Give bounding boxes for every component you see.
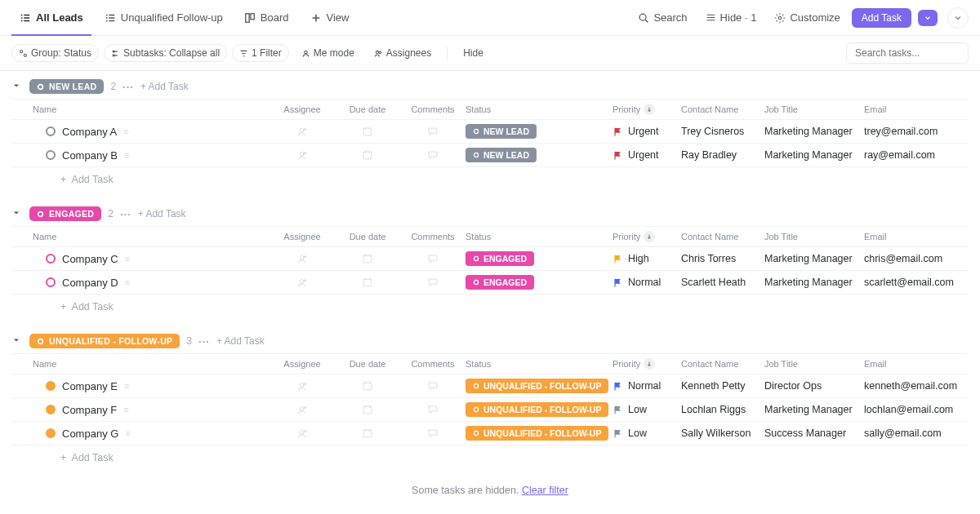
group-add-task[interactable]: + Add Task xyxy=(140,81,189,92)
comments-cell[interactable] xyxy=(400,404,466,415)
due-cell[interactable] xyxy=(335,404,400,415)
status-pill[interactable]: UNQUALIFIED - FOLLOW-UP xyxy=(466,426,608,441)
status-pill[interactable]: ENGAGED xyxy=(466,251,534,266)
subtask-icon[interactable]: ≡ xyxy=(125,277,130,287)
subtask-icon[interactable]: ≡ xyxy=(124,150,129,160)
status-pill[interactable]: ENGAGED xyxy=(466,275,534,290)
search-tasks-input[interactable] xyxy=(846,42,969,64)
table-row[interactable]: Company G≡ UNQUALIFIED - FOLLOW-UP Low S… xyxy=(11,422,969,445)
status-dot-icon[interactable] xyxy=(46,277,56,287)
due-cell[interactable] xyxy=(335,126,400,137)
status-pill[interactable]: NEW LEAD xyxy=(466,124,537,139)
assignees-toggle[interactable]: Assignees xyxy=(367,45,439,61)
job-cell[interactable]: Marketing Manager xyxy=(764,277,864,288)
job-cell[interactable]: Director Ops xyxy=(764,380,864,392)
task-name[interactable]: Company G xyxy=(62,428,118,440)
tab-unqualified[interactable]: Unqualified Follow-up xyxy=(96,7,231,29)
flag-icon[interactable] xyxy=(612,126,623,137)
collapse-icon[interactable] xyxy=(11,81,23,92)
group-status-badge[interactable]: ENGAGED xyxy=(29,206,101,221)
me-mode-toggle[interactable]: Me mode xyxy=(294,45,362,61)
status-pill[interactable]: UNQUALIFIED - FOLLOW-UP xyxy=(466,379,608,393)
task-name[interactable]: Company C xyxy=(62,253,118,265)
add-task-button[interactable]: Add Task xyxy=(852,8,911,28)
table-row[interactable]: Company D≡ ENGAGED Normal Scarlett Heath… xyxy=(11,271,969,295)
assignee-cell[interactable] xyxy=(270,428,335,440)
table-row[interactable]: Company B≡ NEW LEAD Urgent Ray Bradley M… xyxy=(11,144,969,167)
collapse-icon[interactable] xyxy=(11,208,23,219)
task-name[interactable]: Company B xyxy=(62,149,118,162)
email-cell[interactable]: kenneth@email.com xyxy=(864,380,969,392)
contact-cell[interactable]: Scarlett Heath xyxy=(681,277,764,288)
job-cell[interactable]: Marketing Manager xyxy=(764,404,864,415)
more-menu[interactable] xyxy=(947,7,969,29)
job-cell[interactable]: Marketing Manager xyxy=(764,253,864,264)
group-add-task[interactable]: + Add Task xyxy=(138,208,186,219)
collapse-icon[interactable] xyxy=(11,335,23,347)
table-row[interactable]: Company C≡ ENGAGED High Chris Torres Mar… xyxy=(11,247,969,271)
status-dot-icon[interactable] xyxy=(46,126,56,136)
search-button[interactable]: Search xyxy=(631,7,693,28)
contact-cell[interactable]: Trey Cisneros xyxy=(681,126,764,137)
sort-desc-icon[interactable] xyxy=(644,104,655,115)
status-dot-icon[interactable] xyxy=(46,254,56,264)
subtask-icon[interactable]: ≡ xyxy=(124,381,129,391)
flag-icon[interactable] xyxy=(612,381,623,392)
status-dot-icon[interactable] xyxy=(46,428,56,438)
assignee-cell[interactable] xyxy=(270,404,335,416)
contact-cell[interactable]: Chris Torres xyxy=(681,253,764,264)
sort-desc-icon[interactable] xyxy=(644,231,655,242)
comments-cell[interactable] xyxy=(400,428,466,439)
assignee-cell[interactable] xyxy=(270,253,335,265)
contact-cell[interactable]: Ray Bradley xyxy=(681,149,764,161)
task-name[interactable]: Company D xyxy=(62,277,118,289)
assignee-cell[interactable] xyxy=(270,380,335,392)
contact-cell[interactable]: Lochlan Riggs xyxy=(681,404,764,415)
assignee-cell[interactable] xyxy=(270,126,335,138)
status-pill[interactable]: NEW LEAD xyxy=(466,148,537,162)
group-more-icon[interactable]: ··· xyxy=(198,335,210,348)
hide-columns-button[interactable]: Hide · 1 xyxy=(699,7,764,28)
due-cell[interactable] xyxy=(335,380,400,392)
task-name[interactable]: Company E xyxy=(62,380,118,392)
flag-icon[interactable] xyxy=(612,254,623,264)
status-pill[interactable]: UNQUALIFIED - FOLLOW-UP xyxy=(466,402,608,417)
add-task-dropdown[interactable] xyxy=(918,10,938,26)
comments-cell[interactable] xyxy=(400,126,466,137)
comments-cell[interactable] xyxy=(400,253,466,264)
tab-add-view[interactable]: View xyxy=(302,7,358,29)
table-row[interactable]: Company E≡ UNQUALIFIED - FOLLOW-UP Norma… xyxy=(11,374,969,398)
clear-filter-link[interactable]: Clear filter xyxy=(522,485,568,496)
group-more-icon[interactable]: ··· xyxy=(120,208,131,220)
email-cell[interactable]: sally@email.com xyxy=(864,428,969,439)
subtasks-chip[interactable]: Subtasks: Collapse all xyxy=(104,44,227,62)
hide-toggle[interactable]: Hide xyxy=(456,45,491,61)
status-dot-icon[interactable] xyxy=(46,150,56,160)
due-cell[interactable] xyxy=(335,428,400,439)
due-cell[interactable] xyxy=(335,253,400,264)
group-chip[interactable]: Group: Status xyxy=(11,44,99,62)
customize-button[interactable]: Customize xyxy=(768,7,846,28)
job-cell[interactable]: Marketing Manager xyxy=(764,149,864,161)
add-task-row[interactable]: + Add Task xyxy=(11,445,969,470)
email-cell[interactable]: trey@email.com xyxy=(864,126,969,137)
tab-all-leads[interactable]: All Leads xyxy=(11,7,91,29)
contact-cell[interactable]: Sally Wilkerson xyxy=(681,428,764,439)
status-dot-icon[interactable] xyxy=(46,381,56,391)
group-add-task[interactable]: + Add Task xyxy=(216,335,265,347)
comments-cell[interactable] xyxy=(400,277,466,288)
subtask-icon[interactable]: ≡ xyxy=(123,405,128,414)
table-row[interactable]: Company F≡ UNQUALIFIED - FOLLOW-UP Low L… xyxy=(11,398,969,422)
group-status-badge[interactable]: NEW LEAD xyxy=(29,79,104,94)
group-more-icon[interactable]: ··· xyxy=(122,81,134,93)
filter-chip[interactable]: 1 Filter xyxy=(232,44,289,62)
due-cell[interactable] xyxy=(335,277,400,288)
task-name[interactable]: Company A xyxy=(62,126,117,138)
table-row[interactable]: Company A≡ NEW LEAD Urgent Trey Cisneros… xyxy=(11,120,969,144)
group-status-badge[interactable]: UNQUALIFIED - FOLLOW-UP xyxy=(29,334,180,348)
comments-cell[interactable] xyxy=(400,149,466,161)
email-cell[interactable]: ray@email.com xyxy=(864,149,969,161)
job-cell[interactable]: Marketing Manager xyxy=(764,126,864,137)
assignee-cell[interactable] xyxy=(270,277,335,289)
assignee-cell[interactable] xyxy=(270,149,335,162)
